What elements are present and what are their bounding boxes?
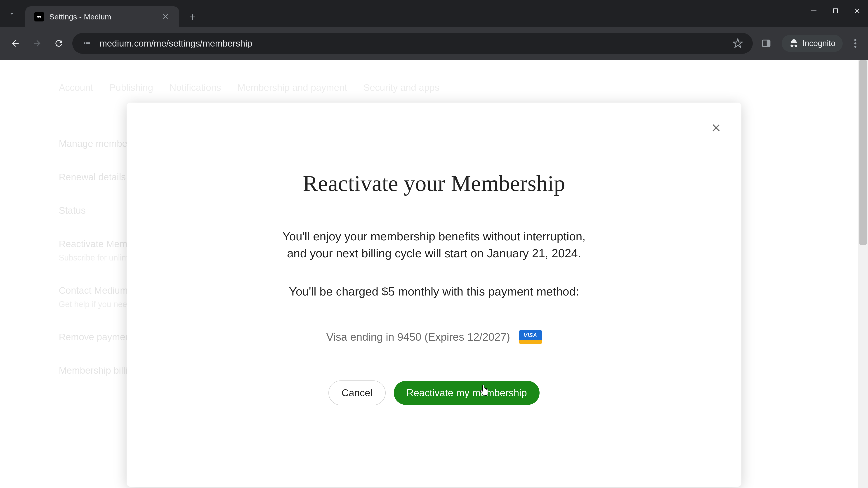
reload-button[interactable] <box>51 35 67 52</box>
url-text: medium.com/me/settings/membership <box>99 38 725 48</box>
payment-method-text: Visa ending in 9450 (Expires 12/2027) <box>327 331 510 343</box>
svg-rect-0 <box>811 11 816 11</box>
new-tab-button[interactable]: + <box>184 8 201 25</box>
svg-rect-1 <box>833 9 838 13</box>
minimize-button[interactable] <box>808 5 819 16</box>
visa-card-icon: VISA <box>519 330 542 344</box>
svg-point-5 <box>854 42 856 44</box>
page-viewport: Account Publishing Notifications Members… <box>0 60 868 488</box>
cancel-button[interactable]: Cancel <box>329 381 385 405</box>
svg-point-4 <box>854 39 856 41</box>
browser-menu-button[interactable] <box>850 38 861 48</box>
scrollbar-thumb[interactable] <box>860 60 867 245</box>
site-info-icon[interactable] <box>81 38 92 49</box>
scrollbar-track[interactable] <box>858 60 868 488</box>
side-panel-button[interactable] <box>758 35 774 52</box>
incognito-label: Incognito <box>802 39 835 48</box>
modal-title: Reactivate your Membership <box>303 170 565 196</box>
toolbar-right: Incognito <box>758 35 861 52</box>
maximize-button[interactable] <box>830 5 841 16</box>
modal-actions: Cancel Reactivate my membership <box>329 381 539 405</box>
svg-point-6 <box>854 46 856 48</box>
close-modal-button[interactable] <box>709 121 723 135</box>
address-bar-row: medium.com/me/settings/membership Incogn… <box>0 27 868 60</box>
window-controls <box>808 5 863 16</box>
tab-bar: •• Settings - Medium ✕ + <box>0 0 868 27</box>
browser-chrome: •• Settings - Medium ✕ + <box>0 0 868 60</box>
back-button[interactable] <box>7 35 24 52</box>
tab-search-dropdown[interactable] <box>4 5 20 22</box>
forward-button[interactable] <box>29 35 45 52</box>
bookmark-button[interactable] <box>733 38 744 49</box>
modal-overlay[interactable]: Reactivate your Membership You'll enjoy … <box>0 60 868 488</box>
reactivate-modal: Reactivate your Membership You'll enjoy … <box>127 103 741 487</box>
tab-favicon: •• <box>34 12 44 22</box>
payment-method-row: Visa ending in 9450 (Expires 12/2027) VI… <box>327 330 542 344</box>
address-bar[interactable]: medium.com/me/settings/membership <box>72 33 753 54</box>
reactivate-button[interactable]: Reactivate my membership <box>394 381 539 405</box>
close-tab-button[interactable]: ✕ <box>161 12 170 21</box>
browser-tab[interactable]: •• Settings - Medium ✕ <box>25 6 179 27</box>
modal-charge-line: You'll be charged $5 monthly with this p… <box>289 285 579 298</box>
modal-description: You'll enjoy your membership benefits wi… <box>276 228 592 262</box>
tab-title: Settings - Medium <box>49 12 156 21</box>
incognito-badge[interactable]: Incognito <box>782 35 843 52</box>
close-window-button[interactable] <box>852 5 863 16</box>
svg-rect-3 <box>767 40 770 46</box>
